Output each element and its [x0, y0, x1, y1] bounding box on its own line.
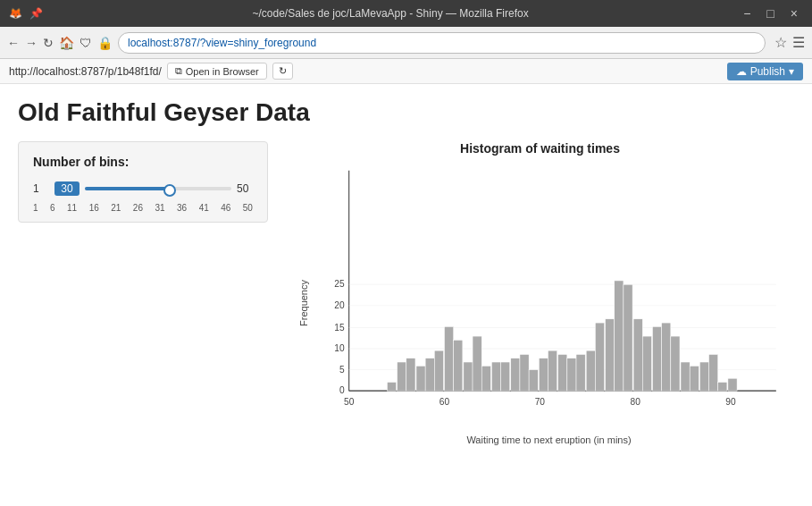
slider-panel: Number of bins: 1 30 50 1 6 11 16 21 26 [18, 141, 268, 223]
info-bar-left: http://localhost:8787/p/1b48f1fd/ ⧉ Open… [9, 63, 720, 80]
svg-rect-45 [642, 336, 651, 391]
tick-46: 46 [221, 203, 230, 213]
slider-current-value: 30 [54, 181, 80, 196]
svg-rect-20 [406, 358, 415, 391]
svg-text:5: 5 [339, 365, 345, 375]
svg-text:60: 60 [439, 397, 449, 407]
svg-rect-43 [624, 284, 632, 391]
svg-text:25: 25 [334, 279, 344, 289]
slider-row: 1 30 50 [33, 180, 253, 198]
svg-rect-41 [606, 319, 615, 391]
svg-text:70: 70 [535, 397, 545, 407]
pin-icon: 📌 [29, 7, 43, 20]
svg-text:0: 0 [339, 385, 345, 395]
minimize-button[interactable]: − [738, 4, 756, 22]
svg-text:80: 80 [630, 397, 640, 407]
maximize-button[interactable]: □ [761, 4, 779, 22]
chart-container: Histogram of waiting times Frequency 0 [286, 141, 794, 445]
svg-rect-29 [491, 362, 500, 391]
svg-rect-50 [690, 366, 699, 391]
refresh-app-button[interactable]: ↻ [272, 63, 293, 80]
svg-rect-21 [416, 366, 425, 391]
slider-track [85, 187, 231, 190]
refresh-nav-button[interactable]: ↻ [43, 36, 54, 50]
publish-chevron-icon: ▾ [789, 65, 794, 78]
publish-label: Publish [750, 65, 785, 78]
svg-rect-46 [652, 326, 661, 391]
publish-button[interactable]: ☁ Publish ▾ [727, 63, 803, 80]
home-button[interactable]: 🏠 [59, 36, 74, 50]
svg-text:50: 50 [344, 397, 354, 407]
shield-icon: 🛡 [80, 36, 92, 50]
forward-button[interactable]: → [25, 36, 38, 50]
svg-rect-30 [501, 362, 510, 391]
tick-16: 16 [89, 203, 99, 213]
open-icon: ⧉ [175, 65, 182, 77]
svg-text:10: 10 [334, 343, 344, 353]
svg-rect-19 [398, 362, 406, 391]
slider-fill [85, 187, 170, 190]
svg-rect-52 [709, 354, 718, 391]
info-url: http://localhost:8787/p/1b48f1fd/ [9, 65, 162, 78]
title-bar-left: 🦊 📌 [9, 7, 43, 20]
window-title: ~/code/Sales de joc/LaMevaApp - Shiny — … [43, 7, 738, 20]
svg-text:15: 15 [334, 322, 344, 332]
svg-rect-27 [473, 336, 481, 391]
svg-rect-28 [481, 366, 490, 391]
svg-rect-49 [681, 362, 690, 391]
title-bar: 🦊 📌 ~/code/Sales de joc/LaMevaApp - Shin… [0, 0, 812, 27]
svg-rect-18 [387, 383, 396, 392]
tick-26: 26 [133, 203, 143, 213]
close-button[interactable]: × [785, 4, 803, 22]
window-controls: − □ × [738, 4, 803, 22]
svg-rect-40 [595, 323, 604, 391]
y-axis-label-container: Frequency [295, 161, 313, 445]
publish-icon: ☁ [736, 65, 747, 78]
x-axis-label: Waiting time to next eruption (in mins) [313, 434, 785, 445]
slider-label: Number of bins: [33, 155, 253, 169]
svg-rect-39 [586, 350, 595, 391]
tick-36: 36 [177, 203, 187, 213]
nav-bar: ← → ↻ 🏠 🛡 🔒 localhost:8787/?view=shiny_f… [0, 27, 812, 59]
svg-rect-25 [454, 340, 463, 391]
svg-rect-36 [558, 354, 567, 391]
svg-rect-32 [520, 354, 529, 391]
svg-rect-23 [434, 350, 443, 391]
bookmark-star[interactable]: ☆ [774, 34, 787, 51]
chart-title: Histogram of waiting times [295, 141, 785, 156]
chart-inner: 0 5 10 15 20 25 50 [313, 161, 785, 445]
url-text: localhost:8787/?view=shiny_foreground [128, 37, 316, 49]
svg-rect-54 [728, 378, 737, 391]
tick-50: 50 [243, 203, 253, 213]
slider-max-value: 50 [237, 182, 253, 195]
svg-rect-42 [615, 281, 624, 391]
slider-ticks: 1 6 11 16 21 26 31 36 41 46 50 [33, 201, 253, 213]
histogram-svg: 0 5 10 15 20 25 50 [313, 161, 785, 429]
slider-track-container[interactable] [85, 180, 231, 198]
svg-rect-22 [425, 358, 434, 391]
tick-41: 41 [199, 203, 209, 213]
back-button[interactable]: ← [7, 36, 20, 50]
svg-rect-51 [699, 362, 708, 391]
chart-area: Frequency 0 5 10 15 [295, 161, 785, 445]
browser-menu[interactable]: ☰ [792, 34, 805, 51]
info-bar: http://localhost:8787/p/1b48f1fd/ ⧉ Open… [0, 59, 812, 84]
svg-rect-44 [633, 319, 642, 391]
page-title: Old Faithful Geyser Data [18, 98, 794, 127]
slider-min-value: 1 [33, 182, 49, 195]
tick-1: 1 [33, 203, 38, 213]
tick-21: 21 [111, 203, 121, 213]
firefox-icon: 🦊 [9, 7, 22, 20]
slider-thumb[interactable] [163, 184, 176, 197]
tick-11: 11 [67, 203, 77, 213]
svg-rect-34 [539, 358, 548, 391]
open-in-browser-button[interactable]: ⧉ Open in Browser [167, 63, 267, 80]
tick-31: 31 [155, 203, 164, 213]
svg-text:20: 20 [334, 300, 344, 310]
svg-rect-35 [548, 350, 557, 391]
svg-rect-31 [511, 358, 520, 391]
lock-icon: 🔒 [97, 36, 113, 50]
url-bar[interactable]: localhost:8787/?view=shiny_foreground [118, 32, 766, 54]
main-layout: Number of bins: 1 30 50 1 6 11 16 21 26 [18, 141, 794, 445]
svg-rect-48 [671, 336, 680, 391]
